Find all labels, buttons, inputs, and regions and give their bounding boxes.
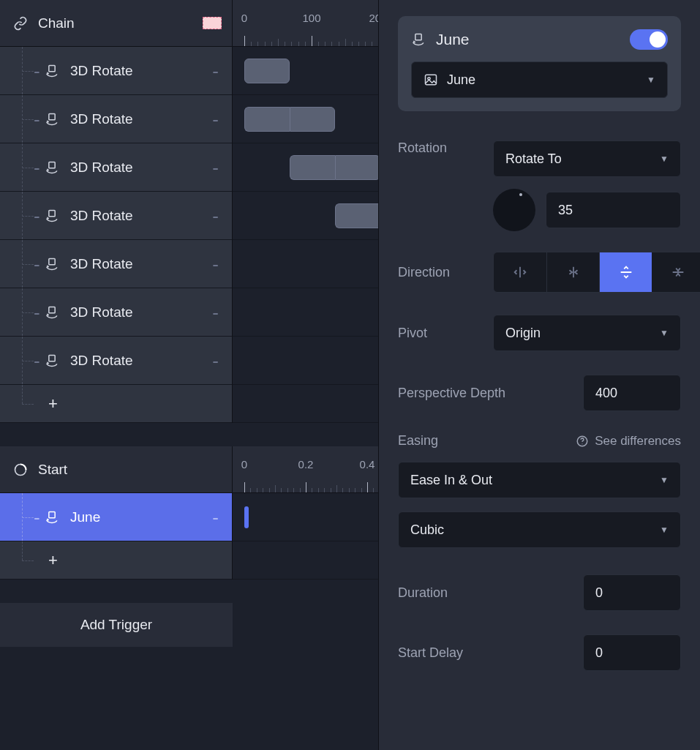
timeline-lane[interactable] xyxy=(233,493,378,541)
svg-rect-4 xyxy=(49,258,55,264)
chevron-down-icon: ▼ xyxy=(660,328,669,338)
direction-option-vertical-flip[interactable] xyxy=(652,252,700,292)
duration-input[interactable]: 0 xyxy=(583,574,681,611)
image-icon xyxy=(424,72,438,87)
rotation-mode-select[interactable]: Rotate To ▼ xyxy=(493,140,681,177)
start-item-label: June xyxy=(70,509,212,525)
start-title: Start xyxy=(38,462,232,478)
timeline-item-label: 3D Rotate xyxy=(70,256,212,272)
easing-curve-select[interactable]: Cubic ▼ xyxy=(398,511,681,548)
timeline-clip[interactable] xyxy=(290,155,335,180)
direction-label: Direction xyxy=(398,265,478,280)
rotate-3d-icon xyxy=(44,257,60,271)
start-delay-input[interactable]: 0 xyxy=(583,634,681,671)
chain-icon xyxy=(13,16,28,31)
direction-option-horizontal-flip[interactable] xyxy=(546,252,599,292)
timeline-lane xyxy=(233,541,378,580)
timeline-item[interactable]: - 3D Rotate - xyxy=(0,47,232,95)
timeline-clip[interactable] xyxy=(244,107,290,132)
timeline-item-label: 3D Rotate xyxy=(70,160,212,176)
timeline-lane xyxy=(233,385,378,423)
timeline-lane[interactable] xyxy=(233,95,378,143)
timeline-lane[interactable] xyxy=(233,143,378,192)
easing-type-select[interactable]: Ease In & Out ▼ xyxy=(398,462,681,498)
rotation-label: Rotation xyxy=(398,140,478,156)
timeline-lane[interactable] xyxy=(233,240,378,288)
timeline-item[interactable]: - 3D Rotate - xyxy=(0,337,232,385)
svg-rect-10 xyxy=(426,75,437,84)
timeline-clip[interactable] xyxy=(335,203,378,228)
add-chain-item[interactable]: + xyxy=(0,385,232,423)
timeline-item-label: 3D Rotate xyxy=(70,208,212,224)
add-trigger-label: Add Trigger xyxy=(80,617,152,633)
timeline-clip[interactable] xyxy=(335,155,378,180)
enabled-toggle[interactable] xyxy=(630,29,668,50)
plus-icon: + xyxy=(48,551,58,570)
chevron-down-icon: ▼ xyxy=(647,75,655,85)
chevron-down-icon: ▼ xyxy=(660,525,669,535)
pivot-select[interactable]: Origin ▼ xyxy=(493,315,681,351)
rotation-knob[interactable] xyxy=(493,189,535,231)
timeline-lane[interactable] xyxy=(233,337,378,385)
direction-segmented xyxy=(493,252,700,293)
timeline-keyframe[interactable] xyxy=(244,506,249,528)
rotate-3d-icon xyxy=(411,32,426,47)
timeline-item-label: 3D Rotate xyxy=(70,111,212,127)
add-start-item[interactable]: + xyxy=(0,541,232,580)
svg-rect-6 xyxy=(49,355,55,361)
rotation-mode-value: Rotate To xyxy=(505,151,651,167)
chain-header[interactable]: Chain xyxy=(0,0,232,47)
rotate-3d-icon xyxy=(44,64,60,78)
timeline-item-label: 3D Rotate xyxy=(70,353,212,369)
rotation-value-text: 35 xyxy=(558,203,573,218)
help-icon xyxy=(576,435,589,448)
chain-ruler[interactable]: 0 100 200 xyxy=(233,0,378,47)
inspector-header-card: June June ▼ xyxy=(398,16,681,111)
ruler-label: 0.4 xyxy=(360,458,375,470)
add-trigger-button[interactable]: Add Trigger xyxy=(0,603,233,647)
start-ruler[interactable]: 0 0.2 0.4 xyxy=(233,446,378,493)
timeline-item[interactable]: - 3D Rotate - xyxy=(0,95,232,143)
easing-curve-value: Cubic xyxy=(410,522,651,538)
chain-title: Chain xyxy=(38,15,192,31)
timeline-item[interactable]: - 3D Rotate - xyxy=(0,240,232,288)
easing-type-value: Ease In & Out xyxy=(410,473,651,488)
see-differences-link[interactable]: See differences xyxy=(576,434,681,449)
duration-value: 0 xyxy=(595,585,603,601)
rotation-value-input[interactable]: 35 xyxy=(546,192,681,228)
timeline-lane[interactable] xyxy=(233,288,378,337)
chain-color-swatch[interactable] xyxy=(203,17,222,29)
timeline-lane[interactable] xyxy=(233,47,378,95)
timeline-clip[interactable] xyxy=(290,107,335,132)
timeline-clip[interactable] xyxy=(244,59,290,83)
direction-option-vertical[interactable] xyxy=(599,252,652,292)
start-header[interactable]: Start xyxy=(0,446,232,493)
play-icon xyxy=(13,462,28,477)
start-item-june[interactable]: - June - xyxy=(0,493,232,541)
ruler-label: 0 xyxy=(241,12,247,24)
svg-rect-8 xyxy=(49,511,55,517)
timeline-item[interactable]: - 3D Rotate - xyxy=(0,288,232,337)
target-select-value: June xyxy=(447,72,638,88)
start-delay-value: 0 xyxy=(595,645,603,661)
svg-rect-5 xyxy=(49,307,55,312)
duration-label: Duration xyxy=(398,585,566,601)
perspective-input[interactable]: 400 xyxy=(583,375,681,411)
timeline-item[interactable]: - 3D Rotate - xyxy=(0,143,232,192)
timeline-item[interactable]: - 3D Rotate - xyxy=(0,192,232,240)
ruler-label: 0 xyxy=(241,458,247,470)
direction-option-horizontal[interactable] xyxy=(494,252,546,292)
see-differences-text: See differences xyxy=(595,434,681,449)
easing-label: Easing xyxy=(398,433,576,449)
svg-rect-0 xyxy=(49,65,55,71)
chevron-down-icon: ▼ xyxy=(660,475,669,485)
inspector-title: June xyxy=(436,31,620,48)
svg-point-13 xyxy=(582,443,583,444)
rotate-3d-icon xyxy=(44,510,60,525)
pivot-value: Origin xyxy=(505,326,651,341)
ruler-label: 200 xyxy=(369,12,378,24)
timeline-lane[interactable] xyxy=(233,192,378,240)
svg-rect-3 xyxy=(49,210,55,216)
target-select[interactable]: June ▼ xyxy=(411,61,668,98)
ruler-label: 0.2 xyxy=(298,458,314,470)
